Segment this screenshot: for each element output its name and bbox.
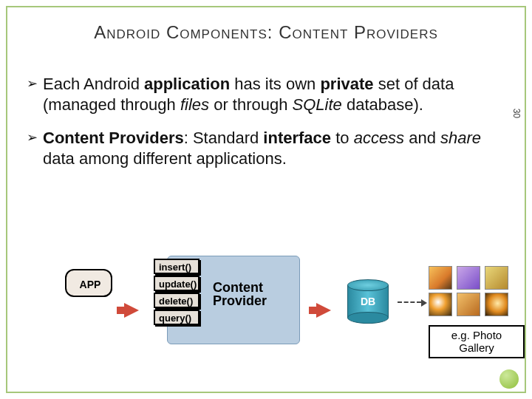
text-italic: access: [354, 129, 409, 147]
text-bold: Content: [43, 129, 109, 147]
text-bold: private: [320, 75, 378, 93]
text: Android: [83, 75, 144, 93]
text: has its own: [234, 75, 320, 93]
bullet-2: Content Providers: Standard interface to…: [27, 128, 505, 168]
text: and: [409, 129, 440, 147]
arrow-icon: [124, 303, 139, 318]
method-update: update(): [155, 277, 201, 293]
method-query: query(): [155, 311, 201, 327]
text-bold: Providers: [109, 129, 184, 147]
photo-thumbnails: [429, 266, 510, 316]
content-provider-label: Content Provider: [213, 281, 279, 307]
caption-box: e.g. Photo Gallery: [429, 325, 525, 358]
text-italic: SQLite: [293, 95, 347, 114]
thumbnail: [485, 293, 508, 316]
text: database).: [347, 95, 423, 114]
text: (managed through: [43, 95, 180, 114]
thumbnail: [457, 266, 480, 290]
slide-title: Android Components: Content Providers: [0, 22, 532, 43]
page-number: 30: [511, 109, 522, 118]
db-cylinder: DB: [347, 279, 389, 324]
text-bold: application: [144, 75, 234, 93]
method-delete: delete(): [155, 294, 201, 310]
slide-body: Each Android application has its own pri…: [27, 74, 505, 182]
app-box: APP: [68, 272, 112, 297]
text-italic: files: [180, 95, 214, 114]
arrow-icon: [316, 303, 331, 318]
method-insert: insert(): [155, 260, 201, 276]
thumbnail: [429, 293, 452, 316]
text-italic: share: [440, 129, 481, 147]
text: set of data: [378, 75, 454, 93]
thumbnail: [429, 266, 452, 290]
thumbnail: [485, 266, 508, 290]
text: or through: [214, 95, 292, 114]
methods-list: insert() update() delete() query(): [155, 260, 201, 328]
dashed-arrow-icon: [398, 301, 421, 303]
db-label: DB: [347, 296, 389, 307]
text: : Standard: [184, 129, 264, 147]
thumbnail: [457, 293, 480, 316]
corner-dot-icon: [499, 369, 519, 389]
text: data among different applications.: [43, 149, 287, 168]
text-bold: interface: [263, 129, 335, 147]
text: Each: [43, 75, 83, 93]
diagram: APP insert() update() delete() query() C…: [30, 244, 517, 377]
text: to: [335, 129, 353, 147]
bullet-1: Each Android application has its own pri…: [27, 74, 505, 115]
